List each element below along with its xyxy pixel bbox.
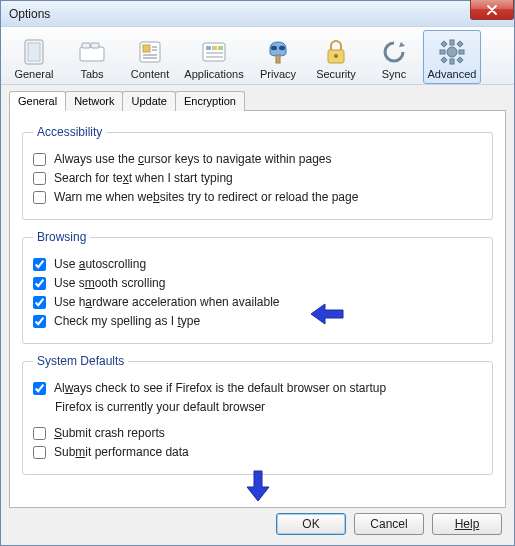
performance-data-checkbox[interactable]	[33, 446, 46, 459]
svg-rect-24	[450, 59, 454, 64]
subtab-strip: General Network Update Encryption	[9, 91, 514, 111]
smooth-scrolling-checkbox[interactable]	[33, 277, 46, 290]
cursor-keys-checkbox[interactable]	[33, 153, 46, 166]
svg-rect-23	[450, 40, 454, 45]
accessibility-legend: Accessibility	[33, 125, 106, 139]
annotation-arrow-left-icon	[309, 302, 345, 326]
svg-rect-13	[212, 46, 217, 50]
security-icon	[322, 38, 350, 66]
svg-rect-27	[441, 41, 447, 47]
default-browser-status: Firefox is currently your default browse…	[55, 400, 482, 414]
close-button[interactable]	[470, 0, 514, 20]
general-icon	[20, 38, 48, 66]
svg-rect-12	[206, 46, 211, 50]
category-tabs-label: Tabs	[80, 68, 103, 80]
system-defaults-legend: System Defaults	[33, 354, 128, 368]
svg-rect-3	[82, 43, 90, 48]
autoscrolling-checkbox[interactable]	[33, 258, 46, 271]
svg-rect-19	[276, 55, 280, 63]
category-tabs[interactable]: Tabs	[63, 30, 121, 84]
category-advanced[interactable]: Advanced	[423, 30, 481, 84]
content-icon	[136, 38, 164, 66]
subtab-general[interactable]: General	[9, 91, 66, 111]
svg-rect-15	[206, 52, 223, 54]
svg-rect-29	[441, 57, 447, 63]
button-bar: OK Cancel Help	[276, 513, 502, 535]
svg-rect-1	[28, 43, 40, 61]
category-advanced-label: Advanced	[428, 68, 477, 80]
warn-redirect-label: Warn me when websites try to redirect or…	[54, 190, 358, 204]
svg-rect-14	[218, 46, 223, 50]
browsing-legend: Browsing	[33, 230, 90, 244]
svg-rect-4	[91, 43, 99, 48]
search-typing-label: Search for text when I start typing	[54, 171, 233, 185]
window-title: Options	[5, 7, 50, 21]
sync-icon	[380, 38, 408, 66]
subtab-update[interactable]: Update	[122, 91, 175, 111]
advanced-icon	[438, 38, 466, 66]
annotation-arrow-down-icon	[245, 469, 271, 503]
tab-panel: Accessibility Always use the cursor keys…	[9, 110, 506, 508]
browsing-group: Browsing Use autoscrolling Use smooth sc…	[22, 230, 493, 344]
help-button[interactable]: Help	[432, 513, 502, 535]
search-typing-checkbox[interactable]	[33, 172, 46, 185]
category-security[interactable]: Security	[307, 30, 365, 84]
options-window: Options General Tabs Content Application…	[0, 0, 515, 546]
hardware-accel-label: Use hardware acceleration when available	[54, 295, 280, 309]
hardware-accel-checkbox[interactable]	[33, 296, 46, 309]
crash-reports-label: Submit crash reports	[54, 426, 165, 440]
cancel-button[interactable]: Cancel	[354, 513, 424, 535]
svg-rect-6	[143, 45, 150, 52]
default-browser-label: Always check to see if Firefox is the de…	[54, 381, 386, 395]
category-content[interactable]: Content	[121, 30, 179, 84]
close-icon	[486, 5, 498, 15]
subtab-network[interactable]: Network	[65, 91, 123, 111]
warn-redirect-checkbox[interactable]	[33, 191, 46, 204]
svg-point-17	[271, 46, 277, 50]
default-browser-checkbox[interactable]	[33, 382, 46, 395]
category-sync[interactable]: Sync	[365, 30, 423, 84]
svg-rect-28	[457, 41, 463, 47]
subtab-encryption[interactable]: Encryption	[175, 91, 245, 111]
help-button-label: Help	[455, 517, 480, 531]
svg-point-21	[334, 54, 338, 58]
svg-rect-16	[206, 56, 223, 58]
category-applications[interactable]: Applications	[179, 30, 249, 84]
spellcheck-checkbox[interactable]	[33, 315, 46, 328]
category-sync-label: Sync	[382, 68, 406, 80]
category-general[interactable]: General	[5, 30, 63, 84]
svg-rect-25	[440, 50, 445, 54]
accessibility-group: Accessibility Always use the cursor keys…	[22, 125, 493, 220]
category-general-label: General	[14, 68, 53, 80]
svg-rect-26	[459, 50, 464, 54]
titlebar: Options	[1, 1, 514, 27]
category-content-label: Content	[131, 68, 170, 80]
spellcheck-label: Check my spelling as I type	[54, 314, 200, 328]
svg-rect-30	[457, 57, 463, 63]
svg-point-18	[279, 46, 285, 50]
ok-button[interactable]: OK	[276, 513, 346, 535]
svg-rect-2	[80, 47, 104, 61]
performance-data-label: Submit performance data	[54, 445, 189, 459]
privacy-icon	[264, 38, 292, 66]
autoscrolling-label: Use autoscrolling	[54, 257, 146, 271]
applications-icon	[200, 38, 228, 66]
svg-point-22	[447, 47, 457, 57]
smooth-scrolling-label: Use smooth scrolling	[54, 276, 165, 290]
category-security-label: Security	[316, 68, 356, 80]
category-privacy[interactable]: Privacy	[249, 30, 307, 84]
category-applications-label: Applications	[184, 68, 243, 80]
category-privacy-label: Privacy	[260, 68, 296, 80]
tabs-icon	[78, 38, 106, 66]
crash-reports-checkbox[interactable]	[33, 427, 46, 440]
cursor-keys-label: Always use the cursor keys to navigate w…	[54, 152, 331, 166]
system-defaults-group: System Defaults Always check to see if F…	[22, 354, 493, 475]
category-toolbar: General Tabs Content Applications Privac…	[1, 27, 514, 85]
